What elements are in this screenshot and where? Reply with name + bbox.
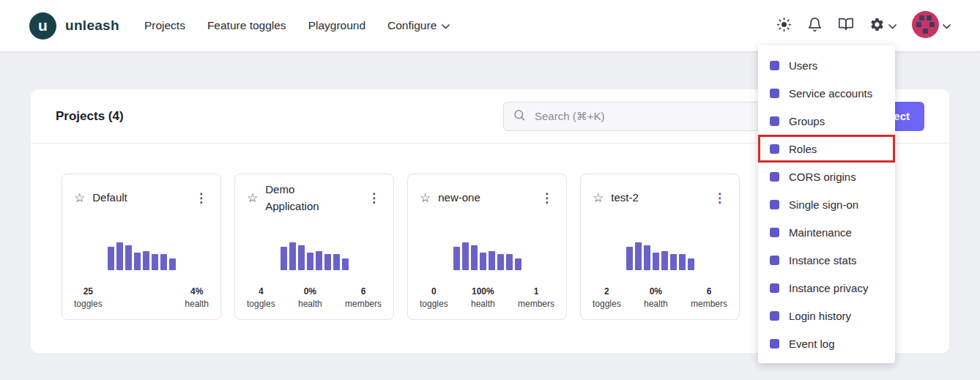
nav-link-label: Playground [308, 19, 365, 32]
kebab-menu-icon[interactable]: ⋮ [712, 190, 727, 206]
chevron-down-icon [442, 19, 450, 32]
nav-link-feature-toggles[interactable]: Feature toggles [207, 19, 286, 32]
project-card-header: ☆ test-2 ⋮ [593, 174, 727, 217]
stat-value: 4 [247, 286, 275, 297]
project-card-demo-application[interactable]: ☆ Demo Application ⋮ 4 toggles 0% health… [234, 174, 394, 320]
stat-value: 6 [691, 286, 727, 297]
chevron-down-icon [943, 19, 951, 32]
stat-toggles: 25 toggles [74, 286, 103, 309]
docs-button[interactable] [838, 16, 854, 35]
stat-label: health [471, 299, 495, 309]
kebab-menu-icon[interactable]: ⋮ [539, 190, 554, 206]
star-icon[interactable]: ☆ [74, 190, 85, 206]
login-history-icon [770, 311, 779, 321]
stat-label: members [691, 299, 727, 309]
stat-value: 4% [185, 286, 209, 297]
stat-value: 6 [345, 286, 382, 297]
stat-label: toggles [247, 299, 275, 309]
event-log-icon [770, 339, 779, 349]
kebab-menu-icon[interactable]: ⋮ [193, 190, 209, 206]
stat-value: 0% [298, 286, 322, 297]
menu-item-instance-stats[interactable]: Instance stats [758, 246, 895, 274]
unleash-logo[interactable]: u [29, 12, 56, 40]
instance-privacy-icon [770, 283, 779, 293]
stat-label: toggles [593, 299, 621, 309]
chevron-down-icon [888, 19, 897, 32]
menu-item-cors-origins[interactable]: CORS origins [758, 163, 895, 190]
project-card-header: ☆ new-one ⋮ [420, 174, 554, 217]
project-name: new-one [438, 189, 480, 206]
nav-link-projects[interactable]: Projects [144, 19, 185, 32]
settings-button[interactable] [869, 17, 897, 35]
star-icon[interactable]: ☆ [420, 190, 431, 206]
nav-link-playground[interactable]: Playground [308, 19, 365, 32]
menu-item-users[interactable]: Users [758, 51, 895, 79]
project-card-header: ☆ Demo Application ⋮ [247, 174, 382, 217]
project-activity-chart [74, 217, 209, 286]
stat-label: health [185, 299, 209, 309]
service-accounts-icon [770, 89, 779, 98]
notifications-button[interactable] [807, 17, 823, 35]
stat-value: 0 [420, 286, 448, 297]
stat-value: 1 [518, 286, 554, 297]
menu-item-roles[interactable]: Roles [758, 135, 895, 163]
top-navbar: u unleash Projects Feature toggles Playg… [0, 0, 980, 51]
menu-item-login-history[interactable]: Login history [758, 302, 895, 329]
stat-health: 100% health [471, 286, 495, 309]
navbar-actions [776, 11, 951, 41]
stat-value: 2 [593, 286, 621, 297]
menu-item-maintenance[interactable]: Maintenance [758, 218, 895, 246]
menu-item-label: Roles [789, 143, 817, 155]
project-name: test-2 [611, 189, 639, 206]
maintenance-icon [770, 228, 779, 237]
project-activity-chart [593, 217, 727, 286]
stat-members: 6 members [345, 286, 382, 309]
project-name: Demo Application [265, 181, 347, 215]
kebab-menu-icon[interactable]: ⋮ [366, 190, 382, 206]
stat-members: 6 members [691, 286, 727, 309]
star-icon[interactable]: ☆ [247, 190, 258, 206]
menu-item-instance-privacy[interactable]: Instance privacy [758, 274, 895, 302]
menu-item-groups[interactable]: Groups [758, 107, 895, 135]
stat-label: health [298, 299, 322, 309]
project-stats: 25 toggles 4% health [74, 286, 209, 309]
stat-label: health [644, 299, 668, 309]
stat-toggles: 2 toggles [593, 286, 621, 309]
project-name: Default [92, 189, 127, 206]
brand-text[interactable]: unleash [65, 18, 119, 34]
project-stats: 4 toggles 0% health 6 members [247, 286, 382, 309]
avatar [912, 11, 939, 41]
stat-health: 0% health [298, 286, 322, 309]
theme-toggle-button[interactable] [776, 17, 792, 35]
nav-link-label: Configure [387, 19, 437, 32]
stat-label: members [518, 299, 554, 309]
menu-item-service-accounts[interactable]: Service accounts [758, 79, 895, 107]
project-card-default[interactable]: ☆ Default ⋮ 25 toggles 4% health [62, 174, 221, 320]
nav-link-label: Feature toggles [207, 19, 286, 32]
menu-item-label: Users [789, 59, 817, 72]
stat-health: 4% health [185, 286, 209, 309]
project-activity-chart [247, 217, 382, 286]
nav-link-configure[interactable]: Configure [387, 19, 450, 32]
stat-health: 0% health [644, 286, 668, 309]
project-stats: 2 toggles 0% health 6 members [593, 286, 727, 309]
stat-label: members [345, 299, 382, 309]
profile-button[interactable] [912, 11, 951, 41]
menu-item-single-sign-on[interactable]: Single sign-on [758, 190, 895, 218]
stat-label: toggles [420, 299, 448, 309]
star-icon[interactable]: ☆ [593, 190, 604, 206]
menu-item-event-log[interactable]: Event log [758, 329, 895, 357]
single-sign-on-icon [770, 200, 779, 209]
project-stats: 0 toggles 100% health 1 members [420, 286, 554, 309]
stat-value: 25 [74, 286, 103, 297]
groups-icon [770, 116, 779, 126]
project-card-test-2[interactable]: ☆ test-2 ⋮ 2 toggles 0% health 6 members [580, 174, 740, 320]
nav-link-label: Projects [144, 19, 185, 32]
menu-item-label: CORS origins [789, 171, 856, 183]
stat-toggles: 0 toggles [420, 286, 448, 309]
project-card-new-one[interactable]: ☆ new-one ⋮ 0 toggles 100% health 1 memb… [407, 174, 567, 320]
bell-icon [807, 17, 823, 35]
menu-item-label: Instance stats [789, 254, 857, 267]
page-title: Projects (4) [56, 109, 124, 124]
stat-toggles: 4 toggles [247, 286, 275, 309]
